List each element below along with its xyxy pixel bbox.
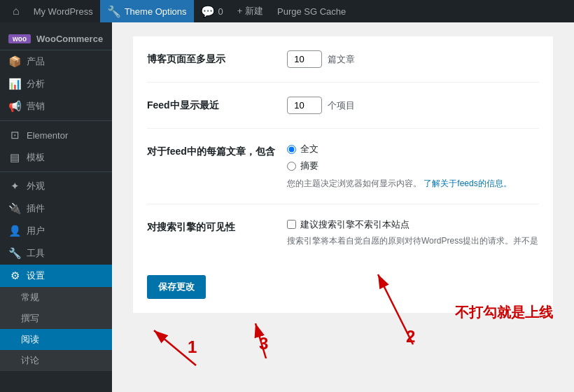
sidebar-item-plugins[interactable]: 🔌 插件 [0,197,112,220]
blog-pages-input[interactable] [287,50,322,68]
feed-content-label: 对于feed中的每篇文章，包含 [147,143,287,158]
sidebar-item-appearance[interactable]: ✦ 外观 [0,175,112,197]
sidebar: woo WooCommerce 📦 产品 📊 分析 📢 营销 ⊡ Element… [0,22,112,392]
submenu-label: 讨论 [21,354,39,367]
templates-icon: ▤ [8,151,21,164]
submenu-item-writing[interactable]: 撰写 [0,308,112,329]
radio-summary-label: 摘要 [300,160,318,172]
sidebar-item-label: 模板 [27,151,45,164]
purge-cache-label: Purge SG Cache [277,6,346,17]
feed-recent-control: 个项目 [287,97,539,114]
sidebar-divider-2 [0,172,112,172]
elementor-icon: ⊡ [8,129,21,141]
annotation-number-1: 1 [188,337,197,357]
save-row: 保存更改 [147,275,539,299]
theme-options-label: Theme Options [125,6,187,17]
content-area: 博客页面至多显示 篇文章 Feed中显示最近 个项目 [112,22,574,392]
sidebar-item-analytics[interactable]: 📊 分析 [0,73,112,95]
radio-full-text-input[interactable] [287,145,296,154]
sidebar-item-label: Elementor [27,130,68,141]
wrench-icon: 🔧 [107,5,121,18]
woo-label: WooCommerce [36,34,103,44]
blog-pages-row: 博客页面至多显示 篇文章 [147,50,539,83]
top-bar: ⌂ My WordPress 🔧 Theme Options 💬 0 + 新建 … [0,0,574,22]
feed-hint-link[interactable]: 了解关于feeds的信息。 [424,178,511,188]
sidebar-item-label: 外观 [27,180,45,192]
sidebar-item-label: 工具 [27,247,45,260]
annotation-number-3: 3 [259,334,268,354]
topbar-comments[interactable]: 💬 0 [194,0,230,22]
sidebar-item-marketing[interactable]: 📢 营销 [0,95,112,118]
submenu-item-general[interactable]: 常规 [0,287,112,308]
marketing-icon: 📢 [8,100,21,113]
svg-line-1 [154,330,196,365]
submenu-label: 阅读 [21,333,39,346]
radio-summary-input[interactable] [287,162,296,171]
feed-content-control: 全文 摘要 您的主题决定浏览器如何显示内容。 了解关于feeds的信息。 [287,143,539,190]
site-name-label: My WordPress [34,6,93,17]
settings-form: 博客页面至多显示 篇文章 Feed中显示最近 个项目 [133,36,553,313]
tools-icon: 🔧 [8,247,21,260]
settings-icon: ⚙ [8,270,21,282]
sidebar-item-templates[interactable]: ▤ 模板 [0,146,112,169]
blog-pages-control: 篇文章 [287,50,539,68]
submenu-label: 撰写 [21,312,39,325]
appearance-icon: ✦ [8,180,21,192]
search-visibility-label: 对搜索引擎的可见性 [147,218,287,234]
sidebar-item-label: 营销 [27,100,45,113]
sidebar-item-label: 分析 [27,78,45,90]
annotation-number-2: 2 [406,327,415,346]
sidebar-item-products[interactable]: 📦 产品 [0,50,112,73]
feed-recent-row: Feed中显示最近 个项目 [147,97,539,129]
sidebar-item-label: 产品 [27,55,45,68]
new-label: + 新建 [237,5,263,18]
topbar-home[interactable]: ⌂ [6,0,27,22]
topbar-new[interactable]: + 新建 [230,0,270,22]
comment-icon: 💬 [201,5,215,18]
woo-badge: woo [8,34,31,43]
sidebar-item-elementor[interactable]: ⊡ Elementor [0,124,112,146]
plugins-icon: 🔌 [8,202,21,215]
feed-recent-input[interactable] [287,97,322,114]
sidebar-item-users[interactable]: 👤 用户 [0,220,112,242]
svg-line-3 [255,323,266,358]
blog-pages-suffix: 篇文章 [328,53,355,66]
feed-recent-label: Feed中显示最近 [147,97,287,112]
search-visibility-control: 建议搜索引擎不索引本站点 搜索引擎将本着自觉自愿的原则对待WordPress提出… [287,218,539,247]
home-icon: ⌂ [13,5,20,18]
search-visibility-checkbox[interactable] [287,220,296,229]
settings-submenu: 常规 撰写 阅读 讨论 [0,287,112,371]
sidebar-woo-header[interactable]: woo WooCommerce [0,28,112,50]
sidebar-item-label: 插件 [27,202,45,215]
users-icon: 👤 [8,225,21,237]
feed-recent-suffix: 个项目 [328,99,355,112]
topbar-site-name[interactable]: My WordPress [27,0,100,22]
submenu-label: 常规 [21,291,39,304]
search-visibility-checkbox-text: 建议搜索引擎不索引本站点 [300,218,410,231]
topbar-purge-cache[interactable]: Purge SG Cache [270,0,353,22]
save-button[interactable]: 保存更改 [147,275,206,299]
search-visibility-row: 对搜索引擎的可见性 建议搜索引擎不索引本站点 搜索引擎将本着自觉自愿的原则对待W… [147,218,539,261]
submenu-item-reading[interactable]: 阅读 [0,329,112,350]
feed-content-radios: 全文 摘要 [287,143,539,172]
feed-content-hint: 您的主题决定浏览器如何显示内容。 了解关于feeds的信息。 [287,178,539,190]
comment-count: 0 [218,6,223,17]
feed-content-row: 对于feed中的每篇文章，包含 全文 摘要 您的主题决定浏览器如何显示内 [147,143,539,204]
products-icon: 📦 [8,55,21,68]
main-layout: woo WooCommerce 📦 产品 📊 分析 📢 营销 ⊡ Element… [0,22,574,392]
sidebar-divider [0,120,112,121]
radio-summary[interactable]: 摘要 [287,160,539,172]
submenu-item-discussion[interactable]: 讨论 [0,350,112,371]
radio-full-text[interactable]: 全文 [287,143,539,155]
search-visibility-checkbox-label[interactable]: 建议搜索引擎不索引本站点 [287,218,539,231]
radio-full-text-label: 全文 [300,143,318,155]
blog-pages-label: 博客页面至多显示 [147,50,287,66]
sidebar-item-label: 用户 [27,225,45,237]
search-visibility-hint: 搜索引擎将本着自觉自愿的原则对待WordPress提出的请求。并不是 [287,235,539,247]
sidebar-item-label: 设置 [27,270,45,282]
analytics-icon: 📊 [8,78,21,90]
topbar-theme-options[interactable]: 🔧 Theme Options [100,0,194,22]
sidebar-item-tools[interactable]: 🔧 工具 [0,242,112,265]
sidebar-item-settings[interactable]: ⚙ 设置 [0,265,112,287]
